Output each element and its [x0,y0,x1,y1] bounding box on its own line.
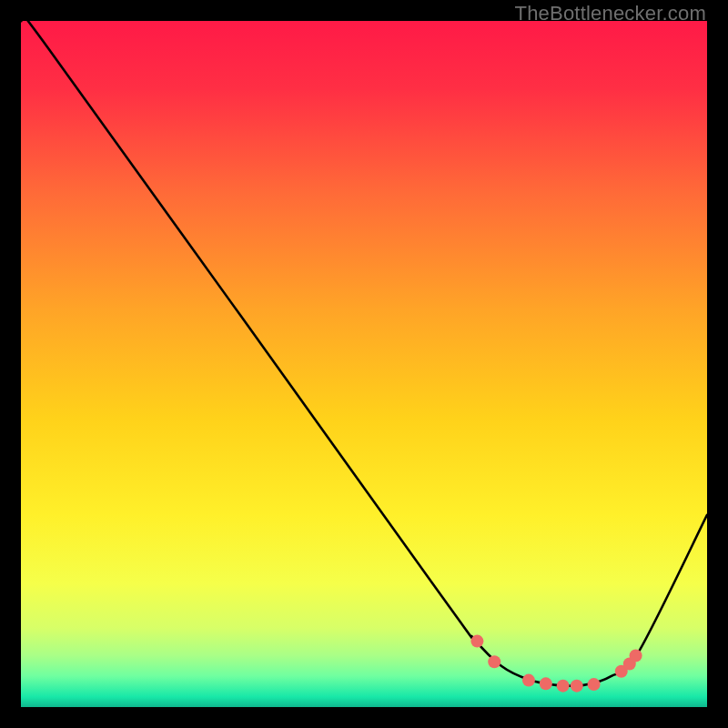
chart-container: TheBottlenecker.com [0,0,728,728]
marker-point [540,677,552,690]
marker-point [571,680,583,693]
marker-point [588,678,601,691]
data-layer [21,21,707,707]
plot-area [21,21,707,707]
marker-point [630,649,642,662]
highlighted-points [470,635,642,693]
marker-point [470,635,483,648]
marker-point [557,680,570,693]
marker-point [522,674,535,687]
bottleneck-curve [21,21,707,686]
marker-point [488,655,500,668]
